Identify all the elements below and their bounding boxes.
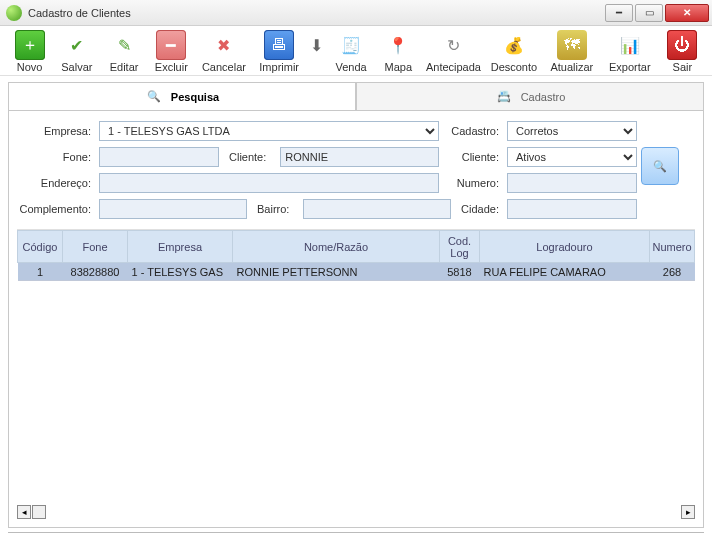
empresa-select[interactable]: 1 - TELESYS GAS LTDA — [99, 121, 439, 141]
cliente-label: Cliente: — [229, 151, 270, 163]
toolbar: ＋Novo ✔Salvar ✎Editar ━Excluir ✖Cancelar… — [0, 26, 712, 76]
close-button[interactable]: ✕ — [665, 4, 709, 22]
empresa-label: Empresa: — [17, 125, 95, 137]
tab-cadastro[interactable]: 📇 Cadastro — [356, 82, 704, 110]
cell-codigo: 1 — [18, 263, 63, 281]
app-icon — [6, 5, 22, 21]
th-numero[interactable]: Numero — [650, 231, 695, 263]
editar-button[interactable]: ✎Editar — [104, 30, 143, 73]
cliente-status-select[interactable]: Ativos — [507, 147, 637, 167]
salvar-button[interactable]: ✔Salvar — [57, 30, 96, 73]
minimize-button[interactable]: ━ — [605, 4, 633, 22]
exportar-button[interactable]: 📊Exportar — [605, 30, 655, 73]
tab-cadastro-label: Cadastro — [521, 91, 566, 103]
tabstrip: 🔍 Pesquisa 📇 Cadastro — [8, 82, 704, 110]
window-title: Cadastro de Clientes — [28, 7, 131, 19]
results-table-wrap: Código Fone Empresa Nome/Razão Cod. Log … — [17, 229, 695, 501]
magnifier-icon: 🔍 — [653, 160, 667, 173]
desconto-button[interactable]: 💰Desconto — [489, 30, 539, 73]
table-header-row: Código Fone Empresa Nome/Razão Cod. Log … — [18, 231, 695, 263]
cell-logradouro: RUA FELIPE CAMARAO — [480, 263, 650, 281]
cliente-input[interactable] — [280, 147, 439, 167]
cidade-input[interactable] — [507, 199, 637, 219]
complemento-input[interactable] — [99, 199, 247, 219]
results-table: Código Fone Empresa Nome/Razão Cod. Log … — [17, 230, 695, 281]
atualizar-button[interactable]: 🗺Atualizar — [547, 30, 597, 73]
printer-icon: 🖶 — [264, 30, 294, 60]
power-icon: ⏻ — [667, 30, 697, 60]
novo-button[interactable]: ＋Novo — [10, 30, 49, 73]
titlebar: Cadastro de Clientes ━ ▭ ✕ — [0, 0, 712, 26]
map-pin-icon: 📍 — [383, 30, 413, 60]
fone-input[interactable] — [99, 147, 219, 167]
refresh-icon: ↻ — [438, 30, 468, 60]
table-row[interactable]: 1 83828880 1 - TELESYS GAS RONNIE PETTER… — [18, 263, 695, 281]
arrow-down-icon: ⬇ — [301, 30, 331, 60]
discount-icon: 💰 — [499, 30, 529, 60]
endereco-label: Endereço: — [17, 177, 95, 189]
dropdown-arrow-button[interactable]: ⬇ — [309, 30, 323, 73]
sale-icon: 🧾 — [336, 30, 366, 60]
mapa-button[interactable]: 📍Mapa — [379, 30, 418, 73]
form-icon: 📇 — [495, 88, 513, 106]
fone-label: Fone: — [17, 151, 95, 163]
cell-numero: 268 — [650, 263, 695, 281]
antecipada-button[interactable]: ↻Antecipada — [426, 30, 481, 73]
cadastro-label: Cadastro: — [443, 125, 503, 137]
th-codigo[interactable]: Código — [18, 231, 63, 263]
plus-icon: ＋ — [15, 30, 45, 60]
cell-nome: RONNIE PETTERSONN — [233, 263, 440, 281]
pencil-icon: ✎ — [109, 30, 139, 60]
sair-button[interactable]: ⏻Sair — [663, 30, 702, 73]
excluir-button[interactable]: ━Excluir — [152, 30, 191, 73]
tab-pesquisa-label: Pesquisa — [171, 91, 219, 103]
cell-codlog: 5818 — [440, 263, 480, 281]
excel-icon: 📊 — [615, 30, 645, 60]
bairro-input[interactable] — [303, 199, 451, 219]
update-icon: 🗺 — [557, 30, 587, 60]
cell-empresa: 1 - TELESYS GAS — [128, 263, 233, 281]
search-button[interactable]: 🔍 — [641, 147, 679, 185]
venda-button[interactable]: 🧾Venda — [331, 30, 370, 73]
x-icon: ✖ — [209, 30, 239, 60]
minus-icon: ━ — [156, 30, 186, 60]
bairro-label: Bairro: — [257, 203, 293, 215]
numero-input[interactable] — [507, 173, 637, 193]
th-empresa[interactable]: Empresa — [128, 231, 233, 263]
numero-label: Numero: — [443, 177, 503, 189]
scroll-right-button[interactable]: ▸ — [681, 505, 695, 519]
search-icon: 🔍 — [145, 88, 163, 106]
cell-fone: 83828880 — [63, 263, 128, 281]
cliente2-label: Cliente: — [443, 151, 503, 163]
th-fone[interactable]: Fone — [63, 231, 128, 263]
scroll-track-left[interactable] — [32, 505, 46, 519]
th-nome[interactable]: Nome/Razão — [233, 231, 440, 263]
th-logradouro[interactable]: Logradouro — [480, 231, 650, 263]
imprimir-button[interactable]: 🖶Imprimir — [257, 30, 302, 73]
tab-pesquisa[interactable]: 🔍 Pesquisa — [8, 82, 356, 110]
scroll-left-button[interactable]: ◂ — [17, 505, 31, 519]
scroll-footer: ◂ ▸ — [17, 501, 695, 519]
search-panel: Empresa: 1 - TELESYS GAS LTDA Cadastro: … — [8, 110, 704, 528]
th-codlog[interactable]: Cod. Log — [440, 231, 480, 263]
maximize-button[interactable]: ▭ — [635, 4, 663, 22]
endereco-input[interactable] — [99, 173, 439, 193]
cancelar-button[interactable]: ✖Cancelar — [199, 30, 249, 73]
complemento-label: Complemento: — [17, 203, 95, 215]
check-icon: ✔ — [62, 30, 92, 60]
cadastro-select[interactable]: Corretos — [507, 121, 637, 141]
cidade-label: Cidade: — [443, 203, 503, 215]
